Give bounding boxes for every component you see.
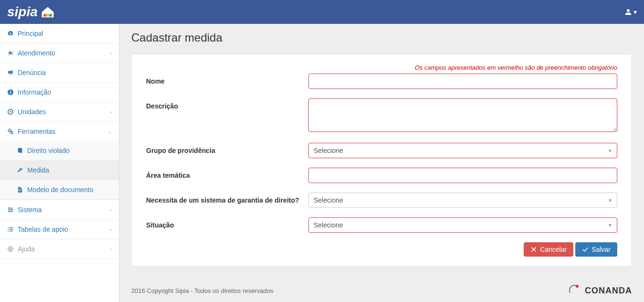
sidebar-item-denuncia[interactable]: Denúncia xyxy=(0,63,119,82)
area-input[interactable] xyxy=(308,168,617,183)
descricao-textarea[interactable] xyxy=(308,98,617,132)
cogs-icon xyxy=(7,128,14,135)
svg-point-5 xyxy=(10,111,11,113)
required-note: Os campos apresentados em vermelho são d… xyxy=(146,64,617,71)
sidebar: Principal Atendimento ‹ Denúncia Informa… xyxy=(0,24,119,302)
chevron-left-icon: ‹ xyxy=(110,109,112,115)
page-title: Cadastrar medida xyxy=(131,31,632,44)
svg-point-15 xyxy=(576,285,579,288)
sidebar-item-tabelas-apoio[interactable]: Tabelas de apoio ‹ xyxy=(0,220,119,239)
sidebar-label: Ferramentas xyxy=(18,128,55,135)
sidebar-label: Modelo de documento xyxy=(27,186,94,194)
share-icon xyxy=(7,50,14,56)
user-menu[interactable]: ▾ xyxy=(625,8,637,16)
chevron-left-icon: ‹ xyxy=(110,247,112,252)
chevron-left-icon: ‹ xyxy=(110,51,112,56)
svg-point-13 xyxy=(8,231,9,232)
app-logo[interactable]: sipia xyxy=(7,4,56,20)
sidebar-label: Principal xyxy=(18,30,43,37)
svg-point-12 xyxy=(8,229,9,230)
label-area: Área temática xyxy=(146,168,308,179)
globe-icon xyxy=(7,246,14,252)
list-icon xyxy=(7,226,14,233)
info-icon xyxy=(7,89,14,96)
logo-house-icon xyxy=(40,5,56,19)
close-icon xyxy=(530,246,537,253)
chevron-left-icon: ‹ xyxy=(110,207,112,213)
sidebar-subitem-modelo-documento[interactable]: Modelo de documento xyxy=(0,180,119,199)
circle-dot-icon xyxy=(7,108,14,115)
nome-input[interactable] xyxy=(308,74,617,89)
svg-point-2 xyxy=(49,14,52,17)
navbar: sipia ▾ xyxy=(0,0,644,24)
label-garantia: Necessita de um sistema de garantia de d… xyxy=(146,193,308,204)
footer: 2016 Copyright Sipia - Todos os direitos… xyxy=(119,276,644,302)
label-nome: Nome xyxy=(146,74,308,85)
sidebar-item-informacao[interactable]: Informação xyxy=(0,83,119,102)
dashboard-icon xyxy=(7,30,14,37)
button-label: Cancelar xyxy=(540,246,567,253)
conanda-icon xyxy=(568,283,582,298)
sidebar-label: Sistema xyxy=(18,206,42,214)
label-situacao: Situação xyxy=(146,217,308,229)
wrench-icon xyxy=(17,167,23,173)
button-label: Salvar xyxy=(591,246,611,253)
sidebar-label: Unidades xyxy=(18,108,46,116)
chevron-down-icon: ⌄ xyxy=(108,129,112,134)
garantia-select[interactable]: Selecione xyxy=(308,193,617,208)
label-descricao: Descrição xyxy=(146,98,308,110)
sidebar-item-principal[interactable]: Principal xyxy=(0,24,119,43)
conanda-label: CONANDA xyxy=(585,286,632,296)
sidebar-label: Informação xyxy=(18,88,51,96)
svg-point-11 xyxy=(8,227,9,228)
grupo-select[interactable]: Selecione xyxy=(308,143,617,158)
file-icon xyxy=(17,186,23,193)
label-grupo: Grupo de providência xyxy=(146,143,308,154)
svg-point-9 xyxy=(11,209,12,211)
sidebar-subitem-medida[interactable]: Medida xyxy=(0,161,119,180)
user-icon xyxy=(625,9,632,15)
svg-point-0 xyxy=(43,14,46,17)
situacao-select[interactable]: Selecione xyxy=(308,217,617,233)
sidebar-label: Tabelas de apoio xyxy=(18,226,68,233)
sidebar-label: Atendimento xyxy=(18,49,55,57)
sidebar-subitem-direito-violado[interactable]: Direito violado xyxy=(0,141,119,160)
sidebar-label: Ajuda xyxy=(18,245,35,253)
save-button[interactable]: Salvar xyxy=(575,242,617,257)
app-name: sipia xyxy=(7,4,38,20)
sidebar-item-ajuda[interactable]: Ajuda ‹ xyxy=(0,239,119,259)
sidebar-item-ferramentas[interactable]: Ferramentas ⌄ xyxy=(0,122,119,141)
svg-point-10 xyxy=(9,211,11,212)
form-panel: Os campos apresentados em vermelho são d… xyxy=(131,54,632,267)
svg-point-6 xyxy=(9,129,11,132)
book-icon xyxy=(17,147,23,154)
sidebar-item-sistema[interactable]: Sistema ‹ xyxy=(0,200,119,219)
caret-down-icon: ▾ xyxy=(633,8,637,16)
sidebar-label: Direito violado xyxy=(27,147,70,154)
svg-point-7 xyxy=(11,131,12,133)
conanda-brand: CONANDA xyxy=(568,283,632,298)
sidebar-label: Denúncia xyxy=(18,69,46,76)
sidebar-item-atendimento[interactable]: Atendimento ‹ xyxy=(0,43,119,63)
copyright-text: 2016 Copyright Sipia - Todos os direitos… xyxy=(131,287,273,294)
check-icon xyxy=(582,246,589,253)
svg-point-1 xyxy=(46,14,49,17)
svg-point-8 xyxy=(9,207,10,209)
sliders-icon xyxy=(7,206,14,213)
sidebar-item-unidades[interactable]: Unidades ‹ xyxy=(0,102,119,121)
sidebar-label: Medida xyxy=(27,166,49,174)
chevron-left-icon: ‹ xyxy=(110,227,112,232)
bullhorn-icon xyxy=(7,69,14,76)
cancel-button[interactable]: Cancelar xyxy=(524,242,573,257)
